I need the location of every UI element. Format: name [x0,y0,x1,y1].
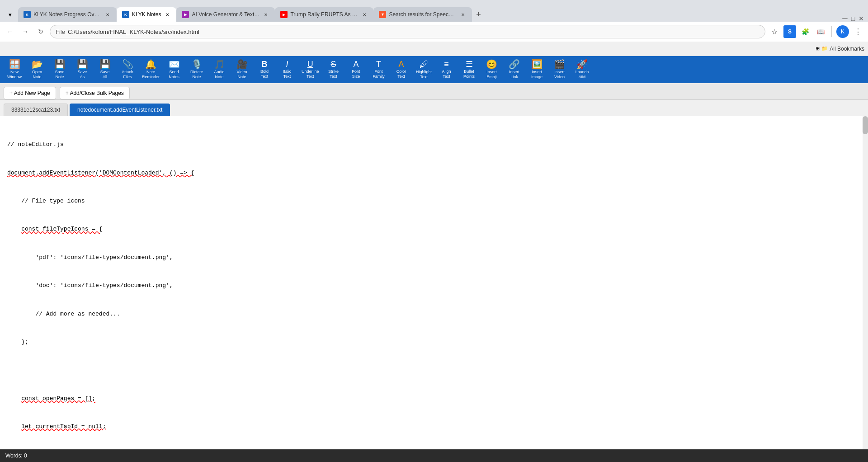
save-all-button[interactable]: 💾 SaveAll [94,58,116,81]
tab-close-1[interactable]: ✕ [104,11,111,18]
browser-tab-3[interactable]: ▶ AI Voice Generator & Text to... ✕ [176,7,275,22]
open-note-button[interactable]: 📂 OpenNote [26,58,48,81]
launch-aim-button[interactable]: 🚀 LaunchAiM [571,58,593,81]
s-extension-button[interactable]: S [783,25,796,38]
save-as-button[interactable]: 💾 SaveAs [71,58,93,81]
tab-title-5: Search results for Speech -... [389,11,457,18]
bold-text-button[interactable]: B BoldText [254,58,275,81]
attach-files-label: AttachFiles [122,70,133,80]
browser-tab-2[interactable]: K KLYK Notes ✕ [117,7,176,22]
insert-video-label: InsertVideo [554,70,565,80]
italic-text-button[interactable]: I ItalicText [276,58,298,81]
font-size-label: FontSize [352,69,360,79]
browser-tab-5[interactable]: ▼ Search results for Speech -... ✕ [373,7,472,22]
code-line-9 [7,366,859,375]
app-content: 🪟 NewWindow 📂 OpenNote 💾 SaveNote 💾 Save… [0,56,868,462]
add-new-page-button[interactable]: + Add New Page [4,87,56,99]
dictate-note-button[interactable]: 🎙️ DictateNote [186,58,208,81]
font-size-button[interactable]: A FontSize [345,58,367,81]
align-text-button[interactable]: ≡ AlignText [436,58,458,81]
refresh-button[interactable]: ↻ [34,25,47,38]
video-note-button[interactable]: 🎥 VideoNote [231,58,253,81]
note-reminder-button[interactable]: 🔔 NoteReminder [139,58,162,81]
bookmark-star-button[interactable]: ☆ [768,25,781,38]
note-reminder-label: NoteReminder [142,70,160,80]
tab-title-4: Trump Rally ERUPTS As Tru... [290,11,358,18]
strike-text-button[interactable]: S StrikeText [323,58,344,81]
tab-bar: ▾ K KLYK Notes Progress Overvi... ✕ K KL… [0,0,868,22]
editor-area[interactable]: // noteEditor.js document.addEventListen… [0,116,868,449]
tab-close-3[interactable]: ✕ [262,11,269,18]
editor-container: // noteEditor.js document.addEventListen… [0,116,868,449]
window-controls: ─ □ ✕ [842,15,868,22]
attach-files-icon: 📎 [122,60,133,69]
insert-video-button[interactable]: 🎬 InsertVideo [549,58,571,81]
doc-tab-1[interactable]: 33331e12sca123.txt [4,104,68,116]
tab-title-3: AI Voice Generator & Text to... [192,11,259,18]
save-all-icon: 💾 [99,60,111,69]
back-button[interactable]: ← [4,25,16,38]
attach-files-button[interactable]: 📎 AttachFiles [117,58,138,81]
new-tab-button[interactable]: + [472,7,485,22]
insert-link-button[interactable]: 🔗 InsertLink [504,58,525,81]
tab-favicon-2: K [122,11,129,18]
send-notes-label: SendNotes [169,70,179,80]
bullet-points-label: BulletPoints [463,69,475,79]
editor-scrollbar[interactable] [863,116,868,449]
insert-image-button[interactable]: 🖼️ InsertImage [526,58,548,81]
underline-text-button[interactable]: U UnderlineText [299,58,322,81]
strike-text-label: StrikeText [328,69,339,79]
save-all-label: SaveAll [100,70,110,80]
code-line-4: const fileTypeIcons = { [7,225,859,234]
add-bulk-pages-button[interactable]: + Add/Close Bulk Pages [60,87,130,99]
italic-text-label: ItalicText [283,69,292,79]
doc-tab-2[interactable]: notedocument.addEventListener.txt [70,104,170,116]
color-text-icon: A [399,60,404,68]
tab-title-2: KLYK Notes [132,11,161,18]
scrollbar-thumb[interactable] [863,116,868,134]
bullet-points-button[interactable]: ☰ BulletPoints [458,58,480,81]
open-note-label: OpenNote [32,70,42,80]
bullet-points-icon: ☰ [466,60,473,68]
font-size-icon: A [354,60,359,68]
url-text: C:/Users/kolom/FINAL_KLYK-Notes/src/inde… [68,28,760,35]
browser-tab-1[interactable]: K KLYK Notes Progress Overvi... ✕ [18,7,117,22]
reader-mode-button[interactable]: 📖 [814,25,827,38]
insert-image-label: InsertImage [531,70,542,80]
window-minimize[interactable]: ─ [842,15,848,22]
audio-note-button[interactable]: 🎵 AudioNote [208,58,230,81]
toolbar: 🪟 NewWindow 📂 OpenNote 💾 SaveNote 💾 Save… [0,56,868,83]
url-bar[interactable]: File C:/Users/kolom/FINAL_KLYK-Notes/src… [50,25,765,38]
code-line-11: let currentTabId = null; [7,422,859,432]
browser-tab-4[interactable]: ▶ Trump Rally ERUPTS As Tru... ✕ [275,7,373,22]
bookmarks-bar: ⊞ 📁 All Bookmarks [0,42,868,56]
new-window-button[interactable]: 🪟 NewWindow [4,58,25,81]
protocol-label: File [56,28,65,35]
tab-close-2[interactable]: ✕ [164,11,171,18]
send-notes-button[interactable]: ✉️ SendNotes [163,58,185,81]
audio-note-icon: 🎵 [214,60,225,69]
bookmarks-folder-icon: 📁 [821,46,828,52]
tab-close-4[interactable]: ✕ [361,11,368,18]
font-family-button[interactable]: T FontFamily [368,58,390,81]
highlight-text-button[interactable]: 🖊 HighlightText [413,58,435,81]
save-as-label: SaveAs [78,70,87,80]
forward-button[interactable]: → [19,25,32,38]
window-close[interactable]: ✕ [858,15,864,22]
bold-text-icon: B [262,60,268,68]
browser-menu-button[interactable]: ⋮ [852,25,864,38]
extensions-button[interactable]: 🧩 [799,25,811,38]
highlight-text-label: HighlightText [416,70,432,80]
tab-list-button[interactable]: ▾ [4,7,16,22]
save-note-button[interactable]: 💾 SaveNote [49,58,71,81]
insert-emoji-button[interactable]: 😊 InsertEmoji [481,58,503,81]
tab-favicon-5: ▼ [379,11,386,18]
bold-text-label: BoldText [260,69,269,79]
align-text-icon: ≡ [444,60,449,68]
save-as-icon: 💾 [77,60,88,69]
tab-close-5[interactable]: ✕ [459,11,467,18]
profile-button[interactable]: K [836,25,849,38]
browser-window: ▾ K KLYK Notes Progress Overvi... ✕ K KL… [0,0,868,462]
color-text-button[interactable]: A ColorText [391,58,412,81]
window-maximize[interactable]: □ [850,15,856,22]
